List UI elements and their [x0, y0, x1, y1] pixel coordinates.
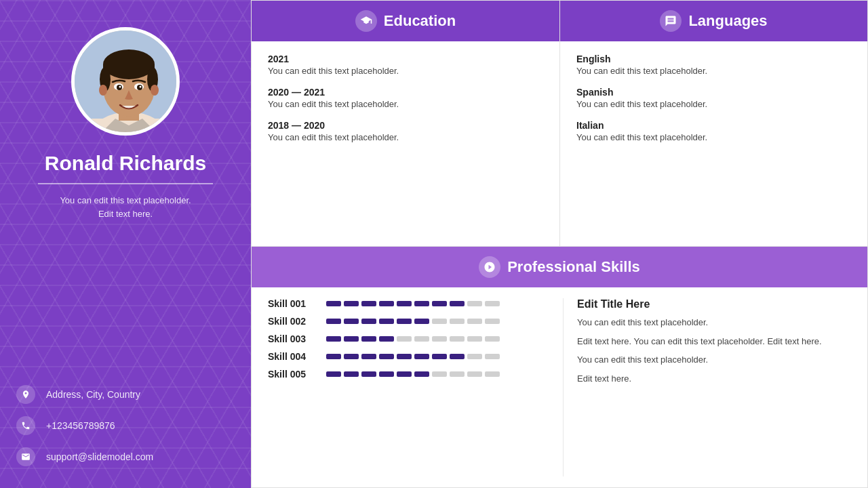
edu-entry-3: 2018 — 2020 You can edit this text place… — [268, 120, 543, 142]
lang-desc-3: You can edit this text placeholder. — [576, 132, 851, 142]
skill-bars-5 — [326, 371, 500, 377]
bar — [485, 371, 500, 377]
bar — [485, 301, 500, 306]
skills-heading: Professional Skills — [507, 258, 640, 276]
email-icon — [16, 447, 35, 466]
contact-phone: +123456789876 — [16, 416, 235, 435]
lang-name-3: Italian — [576, 120, 851, 131]
skill-label-3: Skill 003 — [268, 333, 315, 344]
skills-bars-column: Skill 001 Skill 002 — [268, 298, 556, 476]
bar — [379, 319, 394, 324]
skills-right-text-2: Edit text here. You can edit this text p… — [577, 335, 851, 348]
lang-entry-3: Italian You can edit this text placehold… — [576, 120, 851, 142]
contact-email: support@slidemodel.com — [16, 447, 235, 466]
bar — [414, 371, 429, 377]
bar — [326, 371, 341, 377]
skill-label-5: Skill 005 — [268, 369, 315, 380]
skills-right-text-1: You can edit this text placeholder. — [577, 316, 851, 329]
bar — [361, 354, 376, 359]
languages-section: Languages English You can edit this text… — [559, 0, 868, 247]
bar — [379, 371, 394, 377]
languages-heading: Languages — [688, 12, 767, 30]
bar — [467, 319, 482, 324]
phone-text: +123456789876 — [46, 420, 115, 431]
bar — [326, 354, 341, 359]
education-heading: Education — [384, 12, 456, 30]
bar — [361, 336, 376, 342]
skill-bars-1 — [326, 301, 500, 306]
skill-bars-3 — [326, 336, 500, 342]
bar — [344, 371, 359, 377]
lang-desc-1: You can edit this text placeholder. — [576, 66, 851, 76]
skill-label-2: Skill 002 — [268, 316, 315, 327]
bar — [344, 354, 359, 359]
bar — [432, 354, 447, 359]
skills-body: Skill 001 Skill 002 — [252, 287, 867, 487]
skill-bars-4 — [326, 354, 500, 359]
svg-point-15 — [119, 86, 121, 88]
education-header: Education — [252, 1, 559, 41]
languages-icon — [660, 10, 682, 32]
bar — [397, 301, 412, 306]
bar — [379, 336, 394, 342]
bar — [326, 301, 341, 306]
bar — [485, 354, 500, 359]
skills-description-column: Edit Title Here You can edit this text p… — [563, 298, 851, 476]
person-name: Ronald Richards — [45, 152, 206, 175]
skill-row-1: Skill 001 — [268, 298, 556, 309]
lang-name-2: Spanish — [576, 87, 851, 98]
lang-entry-2: Spanish You can edit this text placehold… — [576, 87, 851, 109]
skills-right-text-3: You can edit this text placeholder. — [577, 353, 851, 367]
education-icon — [355, 10, 377, 32]
bar — [361, 301, 376, 306]
skill-label-4: Skill 004 — [268, 351, 315, 362]
edu-year-1: 2021 — [268, 54, 543, 64]
bar — [379, 354, 394, 359]
bar — [467, 371, 482, 377]
bar — [450, 371, 465, 377]
bar — [344, 301, 359, 306]
avatar — [71, 27, 180, 136]
bar — [397, 371, 412, 377]
edu-year-3: 2018 — 2020 — [268, 120, 543, 131]
lang-entry-1: English You can edit this text placehold… — [576, 54, 851, 76]
skill-row-5: Skill 005 — [268, 369, 556, 380]
address-icon — [16, 385, 35, 404]
sidebar: Ronald Richards You can edit this text p… — [0, 0, 251, 488]
edu-year-2: 2020 — 2021 — [268, 87, 543, 98]
svg-rect-6 — [103, 64, 155, 75]
bar — [432, 371, 447, 377]
address-text: Address, City, Country — [46, 389, 140, 400]
skills-header: Professional Skills — [252, 247, 867, 287]
bar — [450, 301, 465, 306]
name-divider — [38, 183, 213, 184]
bar — [397, 336, 412, 342]
lang-desc-2: You can edit this text placeholder. — [576, 99, 851, 109]
skills-icon — [479, 256, 500, 278]
email-text: support@slidemodel.com — [46, 451, 153, 462]
edu-desc-2: You can edit this text placeholder. — [268, 99, 543, 109]
skill-bars-2 — [326, 319, 500, 324]
bar — [414, 319, 429, 324]
bar — [450, 336, 465, 342]
education-body: 2021 You can edit this text placeholder.… — [252, 41, 559, 246]
contact-address: Address, City, Country — [16, 385, 235, 404]
lang-name-1: English — [576, 54, 851, 64]
skills-section: Professional Skills Skill 001 — [251, 247, 868, 488]
bar — [450, 319, 465, 324]
contact-list: Address, City, Country +123456789876 sup… — [16, 385, 235, 466]
bar — [397, 319, 412, 324]
bar — [361, 319, 376, 324]
bar — [432, 319, 447, 324]
skill-label-1: Skill 001 — [268, 298, 315, 309]
edu-entry-1: 2021 You can edit this text placeholder. — [268, 54, 543, 76]
main-content: Education 2021 You can edit this text pl… — [251, 0, 868, 488]
languages-header: Languages — [560, 1, 867, 41]
skill-row-3: Skill 003 — [268, 333, 556, 344]
bar — [379, 301, 394, 306]
bar — [467, 336, 482, 342]
bar — [361, 371, 376, 377]
edu-desc-3: You can edit this text placeholder. — [268, 132, 543, 142]
bar — [344, 319, 359, 324]
bio-text: You can edit this text placeholder.Edit … — [60, 194, 191, 220]
